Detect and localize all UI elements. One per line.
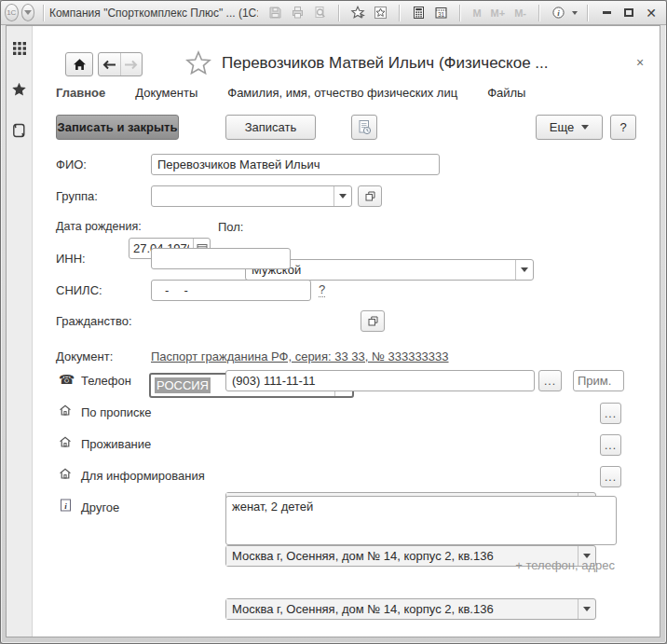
- address-registration-more-button[interactable]: ...: [600, 403, 621, 424]
- more-button[interactable]: Еще: [536, 115, 603, 140]
- open-form-icon: [367, 315, 379, 327]
- close-button[interactable]: ✕: [642, 4, 660, 22]
- address-residence-more-button[interactable]: ...: [600, 434, 621, 456]
- close-icon: ✕: [646, 7, 657, 20]
- titlebar-separator: [538, 5, 539, 21]
- titlebar-separator: [399, 5, 400, 21]
- tab-main[interactable]: Главное: [56, 86, 105, 100]
- home-button[interactable]: [65, 52, 93, 76]
- form-close-button[interactable]: ×: [636, 55, 644, 70]
- titlebar-separator: [587, 5, 588, 21]
- address-information-input[interactable]: [226, 599, 578, 619]
- save-icon[interactable]: [265, 4, 284, 22]
- address-information-dropdown-button[interactable]: [578, 599, 595, 619]
- forward-button[interactable]: [121, 53, 143, 75]
- page-magnifier-icon: [313, 6, 327, 20]
- chevron-down-icon: [24, 10, 32, 15]
- other-label: Другое: [81, 500, 119, 514]
- info-icon: i: [551, 6, 565, 20]
- calendar-icon[interactable]: 31: [431, 4, 450, 22]
- star-icon: [11, 82, 27, 97]
- memory-subtract-button[interactable]: M-: [511, 7, 529, 19]
- main-menu-grid-button[interactable]: [12, 41, 27, 60]
- titlebar-separator: [338, 5, 339, 21]
- memory-add-button[interactable]: M+: [488, 7, 509, 19]
- tab-bar: Главное Документы Фамилия, имя, отчество…: [56, 86, 525, 100]
- address-information-more-button[interactable]: ...: [600, 466, 621, 487]
- favorite-star-toggle[interactable]: [185, 50, 211, 79]
- phone-input[interactable]: [225, 370, 535, 391]
- titlebar-menu-button[interactable]: [21, 4, 35, 21]
- phone-note-input[interactable]: [573, 370, 624, 391]
- ellipsis-icon: ...: [605, 472, 617, 483]
- birthdate-label: Дата рождения:: [56, 220, 142, 233]
- back-arrow-icon: [102, 60, 116, 70]
- maximize-button[interactable]: [619, 4, 638, 22]
- group-open-button[interactable]: [358, 185, 382, 207]
- help-button[interactable]: ?: [610, 115, 636, 140]
- print-preview-icon[interactable]: [310, 4, 329, 22]
- group-combo: [151, 185, 352, 207]
- titlebar: 1С Компания "Спорткомплекс Плюс" ... (1С…: [1, 1, 666, 25]
- document-link[interactable]: Паспорт гражданина РФ, серия: 33 33, № 3…: [151, 349, 449, 363]
- fio-input[interactable]: [151, 154, 440, 175]
- minimize-button[interactable]: [597, 4, 616, 22]
- tab-person-names[interactable]: Фамилия, имя, отчество физических лиц: [227, 86, 457, 100]
- favorites-sidebar-button[interactable]: [11, 82, 27, 101]
- inn-input[interactable]: [151, 248, 291, 269]
- app-window: 1С Компания "Спорткомплекс Плюс" ... (1С…: [0, 0, 667, 644]
- printer-icon: [291, 6, 305, 20]
- ellipsis-icon: ...: [544, 376, 556, 387]
- gender-dropdown-button[interactable]: [515, 260, 533, 280]
- other-textarea[interactable]: [225, 496, 617, 545]
- calendar-glyph-icon: 31: [434, 6, 448, 20]
- onec-logo-button[interactable]: 1С: [5, 4, 19, 21]
- info-dropdown-icon[interactable]: [572, 11, 578, 15]
- tab-files[interactable]: Файлы: [487, 86, 525, 100]
- fio-label: ФИО:: [56, 158, 87, 171]
- memory-recall-button[interactable]: M: [470, 7, 483, 19]
- open-form-icon: [364, 190, 376, 202]
- snils-help-link[interactable]: ?: [319, 282, 325, 297]
- page-title: Перевозчиков Матвей Ильич (Физическое ..…: [222, 54, 549, 73]
- add-favorite-icon[interactable]: [348, 4, 367, 22]
- back-button[interactable]: [99, 53, 120, 75]
- chevron-down-icon: [339, 194, 347, 199]
- add-phone-address-link[interactable]: + телефон, адрес: [515, 558, 615, 572]
- more-button-label: Еще: [550, 120, 574, 134]
- onec-logo-icon: 1С: [7, 8, 16, 17]
- citizenship-selected-text: РОССИЯ: [155, 377, 211, 393]
- star-outline-icon: [185, 50, 211, 75]
- minimize-icon: [603, 11, 611, 14]
- save-button[interactable]: Записать: [225, 115, 316, 140]
- citizenship-open-button[interactable]: [361, 310, 385, 332]
- tab-documents[interactable]: Документы: [135, 86, 197, 100]
- phone-more-button[interactable]: ...: [538, 370, 562, 391]
- citizenship-label: Гражданство:: [56, 314, 132, 328]
- group-label: Группа:: [56, 189, 98, 203]
- snils-input[interactable]: [151, 280, 311, 301]
- house-icon: [59, 467, 72, 484]
- calculator-icon[interactable]: [409, 4, 428, 22]
- phone-icon: ☎: [59, 372, 75, 387]
- group-input[interactable]: [152, 186, 334, 206]
- save-close-button[interactable]: Записать и закрыть: [56, 115, 179, 140]
- calculator-glyph-icon: [412, 6, 426, 20]
- history-sidebar-button[interactable]: [12, 123, 26, 142]
- star-frame-icon: [374, 6, 388, 20]
- create-based-on-button[interactable]: [351, 115, 377, 140]
- favorites-icon[interactable]: [371, 4, 389, 22]
- star-arrow-icon: [350, 6, 365, 20]
- chevron-down-icon: [521, 267, 528, 272]
- forward-arrow-icon: [124, 60, 139, 70]
- note-page-icon: i: [60, 499, 72, 515]
- group-dropdown-button[interactable]: [334, 186, 351, 206]
- home-icon: [73, 58, 87, 71]
- info-button[interactable]: i: [549, 4, 567, 22]
- ellipsis-icon: ...: [605, 408, 617, 419]
- window-title: Компания "Спорткомплекс Плюс" ... (1С:Пр…: [49, 7, 259, 20]
- form-content: Перевозчиков Матвей Ильич (Физическое ..…: [33, 26, 660, 637]
- chevron-down-icon: [583, 607, 591, 611]
- address-information-label: Для информирования: [81, 469, 205, 483]
- print-icon[interactable]: [288, 4, 306, 22]
